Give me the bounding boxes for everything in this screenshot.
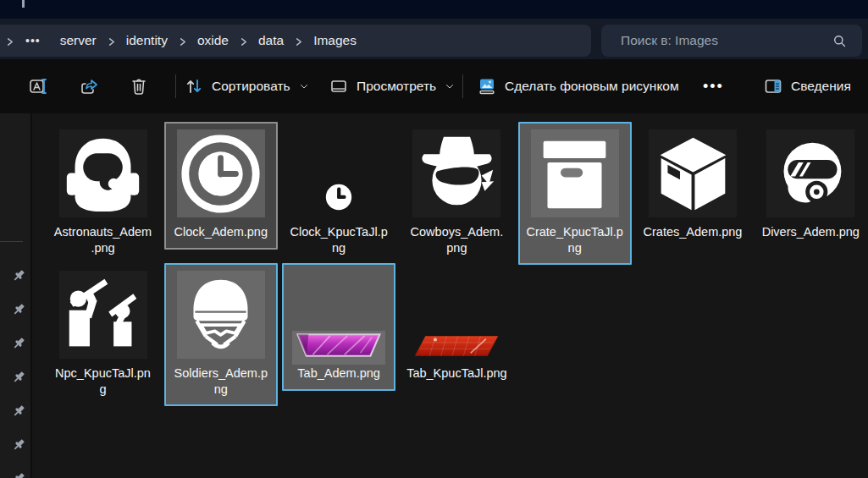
pin-icon[interactable] (11, 302, 26, 317)
file-thumbnail (177, 268, 265, 361)
file-tile-Soldiers_Adem.png[interactable]: Soldiers_Adem.png (164, 263, 278, 406)
thumbnail-backdrop (412, 129, 500, 217)
breadcrumb-item-identity[interactable]: identity (117, 33, 177, 48)
sort-label: Сортировать (212, 79, 290, 94)
toolbar-divider (175, 74, 176, 98)
search-icon[interactable] (832, 33, 848, 49)
view-button[interactable]: Просмотреть (329, 59, 455, 113)
soldier-icon (180, 274, 262, 356)
diver-icon (770, 133, 852, 215)
file-thumbnail (412, 127, 500, 220)
crates-icon (652, 133, 734, 215)
pin-icon[interactable] (11, 336, 26, 351)
npc-icon (62, 274, 144, 356)
file-thumbnail (59, 127, 147, 220)
share-button[interactable] (79, 59, 99, 113)
nav-rail-divider (0, 241, 23, 242)
address-bar: ••• server identity oxide data Images (0, 19, 868, 59)
file-tile-Crate_KpucTaJl.png[interactable]: Crate_KpucTaJl.png (518, 122, 632, 265)
pin-icon[interactable] (11, 370, 26, 385)
file-tile-Npc_KpucTaJl.png[interactable]: Npc_KpucTaJl.png (47, 263, 160, 406)
file-tile-Clock_Adem.png[interactable]: Clock_Adem.png (164, 122, 278, 250)
file-tile-Clock_KpucTaJl.png[interactable]: Clock_KpucTaJl.png (282, 122, 395, 265)
breadcrumb-item-data[interactable]: data (249, 33, 293, 48)
toolbar-divider (462, 74, 463, 98)
rename-button[interactable] (28, 59, 48, 113)
file-label-line: Astronauts_Adem (48, 224, 158, 240)
sort-arrows-icon (184, 76, 204, 96)
file-tile-Tab_KpucTaJl.png[interactable]: Tab_KpucTaJl.png (400, 263, 513, 391)
cowboy-icon (416, 133, 498, 215)
set-wallpaper-label: Сделать фоновым рисунком (505, 79, 679, 94)
file-tile-Crates_Adem.png[interactable]: Crates_Adem.png (636, 122, 749, 250)
file-tile-Astronauts_Adem.png[interactable]: Astronauts_Adem.png (47, 122, 160, 265)
file-label-line: Crates_Adem.png (638, 224, 748, 240)
rename-icon (28, 76, 48, 96)
crate-icon (534, 133, 616, 215)
file-label: Crates_Adem.png (638, 224, 748, 240)
file-thumbnail (177, 127, 265, 220)
pin-icon[interactable] (11, 471, 26, 478)
breadcrumb: ••• server identity oxide data Images (0, 25, 591, 57)
chevron-right-icon (294, 37, 303, 47)
file-label: Divers_Adem.png (755, 224, 865, 240)
trash-icon (129, 76, 149, 96)
file-thumbnail (649, 127, 737, 220)
sort-button[interactable]: Сортировать (184, 59, 309, 113)
file-label-line: Cowboys_Adem. (401, 224, 511, 240)
set-wallpaper-button[interactable]: Сделать фоновым рисунком (477, 59, 679, 113)
file-label: Tab_Adem.png (284, 365, 394, 382)
clock-big-icon (180, 133, 262, 215)
file-thumbnail (59, 268, 147, 361)
view-icon (329, 76, 349, 96)
file-label: Clock_Adem.png (166, 224, 276, 240)
details-label: Сведения (791, 79, 851, 94)
file-label-line: .png (48, 240, 158, 256)
file-thumbnail (295, 127, 383, 220)
ellipsis-icon: ••• (703, 78, 724, 96)
file-label-line: Npc_KpucTaJl.pn (48, 365, 158, 382)
more-options-button[interactable]: ••• (703, 59, 724, 113)
file-label-line: Tab_KpucTaJl.png (401, 365, 511, 382)
chevron-down-icon (299, 81, 309, 91)
search-box[interactable] (601, 25, 862, 57)
thumbnail-backdrop (59, 129, 147, 217)
thumbnail-backdrop (59, 271, 147, 359)
breadcrumb-item-images[interactable]: Images (304, 33, 366, 48)
tab-magenta-icon (296, 332, 382, 359)
file-label-line: Crate_KpucTaJl.p (520, 224, 630, 240)
file-thumbnail (531, 127, 619, 220)
tab-title-fragment (22, 0, 25, 8)
file-thumbnail (766, 127, 854, 220)
details-pane-button[interactable]: Сведения (763, 59, 851, 113)
view-label: Просмотреть (357, 79, 436, 94)
content-area: Astronauts_Adem.png Clock_Adem.png Clock… (0, 113, 868, 478)
chevron-right-icon (239, 37, 248, 47)
file-label: Soldiers_Adem.png (166, 365, 276, 397)
nav-rail (0, 113, 30, 478)
file-label-line: Clock_Adem.png (166, 224, 276, 240)
pin-icon[interactable] (11, 404, 26, 419)
breadcrumb-root-chevron-icon[interactable] (5, 37, 14, 47)
astronaut-icon (62, 133, 144, 215)
explorer-window: ••• server identity oxide data Images Со… (0, 0, 868, 478)
chevron-right-icon (107, 37, 116, 47)
file-tile-Cowboys_Adem.png[interactable]: Cowboys_Adem.png (400, 122, 513, 265)
file-tile-Tab_Adem.png[interactable]: Tab_Adem.png (282, 263, 395, 391)
file-label: Crate_KpucTaJl.png (520, 224, 630, 255)
file-label-line: png (401, 240, 511, 256)
delete-button[interactable] (129, 59, 149, 113)
file-tile-Divers_Adem.png[interactable]: Divers_Adem.png (754, 122, 867, 250)
file-label: Cowboys_Adem.png (401, 224, 511, 255)
pin-icon[interactable] (11, 437, 26, 453)
search-input[interactable] (601, 33, 832, 48)
titlebar (0, 0, 868, 19)
pane-splitter[interactable] (30, 113, 32, 478)
breadcrumb-item-server[interactable]: server (51, 33, 106, 48)
tab-red-icon (414, 334, 499, 358)
breadcrumb-overflow-button[interactable]: ••• (15, 34, 51, 47)
breadcrumb-item-oxide[interactable]: oxide (188, 33, 238, 48)
file-label-line: Soldiers_Adem.p (166, 365, 276, 382)
details-pane-icon (763, 76, 783, 96)
pin-icon[interactable] (11, 268, 26, 283)
